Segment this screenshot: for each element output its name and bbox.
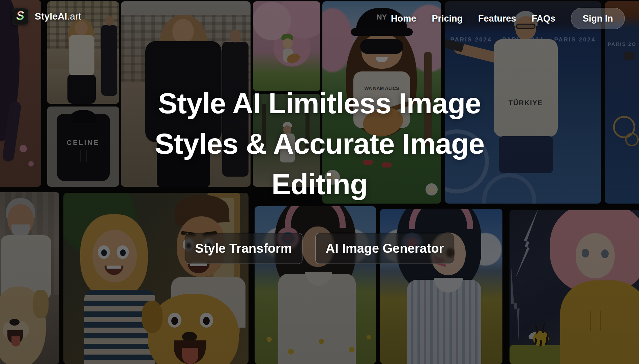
nav-home[interactable]: Home <box>391 13 416 24</box>
ai-image-generator-button[interactable]: AI Image Generator <box>315 233 455 264</box>
sign-in-button[interactable]: Sign In <box>571 8 625 29</box>
nav-features[interactable]: Features <box>478 13 516 24</box>
hero-title-line-3: Editing <box>271 168 367 200</box>
style-transform-button[interactable]: Style Transform <box>185 233 302 264</box>
brand-name-suffix: .art <box>67 11 81 22</box>
main-nav: Home Pricing Features FAQs Sign In <box>391 8 625 29</box>
header: S StyleAI.art Home Pricing Features FAQs… <box>0 0 639 38</box>
logo-s-glyph: S <box>16 10 24 22</box>
brand-name-main: StyleAI <box>35 11 67 22</box>
hero-title-line-2: Styles & Accurate Image <box>155 127 485 160</box>
hero-title-line-1: Style AI Limitless Image <box>158 87 481 119</box>
brand-logo-icon: S <box>12 8 29 25</box>
cta-row: Style Transform AI Image Generator <box>0 233 639 264</box>
hero-title: Style AI Limitless Image Styles & Accura… <box>0 83 639 204</box>
page: CELINE <box>0 0 639 364</box>
hero-section: Style AI Limitless Image Styles & Accura… <box>0 0 639 364</box>
brand-name: StyleAI.art <box>35 11 81 22</box>
nav-faqs[interactable]: FAQs <box>531 13 555 24</box>
brand[interactable]: S StyleAI.art <box>12 8 81 25</box>
nav-pricing[interactable]: Pricing <box>432 13 463 24</box>
